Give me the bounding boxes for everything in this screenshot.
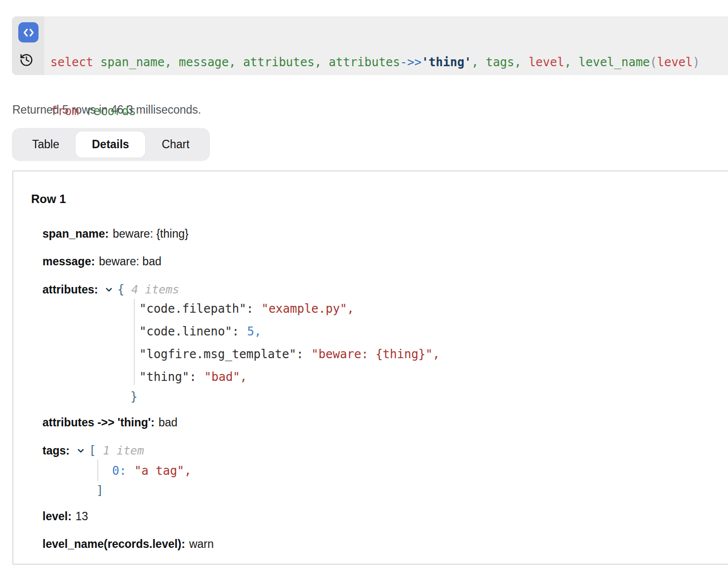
json-close-bracket-glyph: ] bbox=[96, 484, 103, 497]
json-key: "code.lineno": bbox=[139, 325, 239, 338]
json-items-count: 4 items bbox=[131, 283, 179, 296]
field-label: message: bbox=[42, 255, 95, 268]
tab-chart[interactable]: Chart bbox=[145, 131, 205, 158]
chevron-down-icon bbox=[104, 285, 114, 294]
json-value: 5, bbox=[247, 325, 261, 338]
sql-token: , tags, bbox=[472, 55, 529, 69]
field-value: bad bbox=[159, 416, 177, 429]
sql-token: , level_name bbox=[564, 55, 649, 69]
json-key: "logfire.msg_template": bbox=[139, 347, 303, 361]
json-value: "beware: {thing}", bbox=[311, 347, 440, 361]
json-value: "a tag", bbox=[134, 464, 192, 478]
sql-token: ( bbox=[650, 55, 657, 69]
sql-token: span_name, message, attributes, attribut… bbox=[93, 55, 400, 69]
field-label: level: bbox=[42, 510, 72, 523]
field-value: warn bbox=[189, 538, 214, 551]
code-toggle-button[interactable] bbox=[18, 22, 39, 42]
editor-gutter bbox=[12, 16, 44, 75]
row-heading: Row 1 bbox=[31, 192, 66, 207]
field-message: message: beware: bad bbox=[42, 254, 162, 269]
field-tags-header: tags: [ 1 item bbox=[42, 443, 144, 458]
field-attr-thing: attributes ->> 'thing': bad bbox=[42, 415, 177, 430]
sql-line-1: select span_name, message, attributes, a… bbox=[50, 54, 700, 71]
sql-editor[interactable]: select span_name, message, attributes, a… bbox=[12, 16, 728, 75]
json-entry: "code.filepath": "example.py", bbox=[139, 301, 354, 316]
json-key: "thing": bbox=[139, 370, 197, 384]
sql-token: level bbox=[657, 55, 692, 69]
json-entry: "code.lineno": 5, bbox=[139, 324, 261, 339]
json-close-brace-glyph: } bbox=[130, 390, 137, 404]
json-value: "bad", bbox=[204, 370, 247, 384]
collapse-toggle[interactable] bbox=[76, 446, 85, 455]
json-open-brace: { bbox=[117, 283, 124, 296]
tab-details[interactable]: Details bbox=[76, 131, 145, 158]
chevron-down-icon bbox=[76, 446, 85, 455]
field-label: attributes: bbox=[42, 283, 98, 296]
json-entry: 0: "a tag", bbox=[112, 463, 192, 478]
field-label: level_name(records.level): bbox=[42, 538, 185, 551]
details-panel: Row 1 span_name: beware: {thing} message… bbox=[12, 170, 728, 565]
field-label: attributes ->> 'thing': bbox=[42, 416, 155, 429]
field-level-name: level_name(records.level): warn bbox=[42, 537, 214, 551]
json-open-bracket: [ bbox=[89, 444, 96, 457]
field-label: span_name: bbox=[42, 227, 109, 241]
field-span-name: span_name: beware: {thing} bbox=[42, 226, 189, 241]
sql-token: level bbox=[528, 55, 564, 69]
json-index: 0: bbox=[112, 464, 126, 478]
sql-token: ) bbox=[692, 55, 699, 69]
collapse-toggle[interactable] bbox=[104, 285, 114, 294]
query-history-button[interactable] bbox=[19, 52, 34, 68]
json-close-bracket: ] bbox=[96, 483, 103, 498]
field-value: beware: bad bbox=[99, 255, 162, 268]
sql-token: 'thing' bbox=[421, 55, 471, 69]
json-entry: "thing": "bad", bbox=[139, 370, 247, 384]
result-view-tabs: Table Details Chart bbox=[12, 128, 210, 161]
tab-table[interactable]: Table bbox=[16, 131, 76, 158]
field-level: level: 13 bbox=[42, 509, 88, 524]
history-icon bbox=[19, 53, 34, 67]
sql-token: select bbox=[50, 55, 93, 69]
field-value: beware: {thing} bbox=[113, 227, 188, 241]
json-indent-guide bbox=[97, 459, 98, 481]
json-indent-guide bbox=[134, 299, 135, 385]
json-close-brace: } bbox=[130, 389, 137, 404]
field-label: tags: bbox=[42, 444, 70, 457]
json-items-count: 1 item bbox=[103, 444, 144, 457]
sql-token: ->> bbox=[400, 55, 421, 69]
query-result-status: Returned 5 rows in 46.3 milliseconds. bbox=[12, 103, 201, 117]
field-attributes-header: attributes: { 4 items bbox=[42, 282, 179, 297]
code-icon bbox=[22, 26, 35, 39]
json-value: "example.py", bbox=[261, 302, 354, 316]
json-entry: "logfire.msg_template": "beware: {thing}… bbox=[139, 347, 440, 362]
sql-query-text[interactable]: select span_name, message, attributes, a… bbox=[44, 16, 700, 75]
field-value: 13 bbox=[76, 510, 88, 523]
json-key: "code.filepath": bbox=[139, 302, 253, 316]
